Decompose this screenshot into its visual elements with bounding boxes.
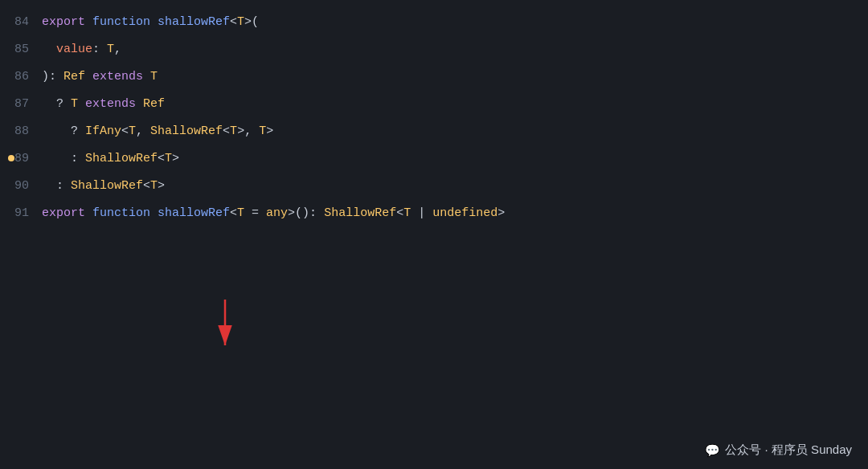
token: > [172,152,179,165]
code-block: 84export function shallowRef<T>(85 value… [0,0,868,469]
token: < [223,124,230,138]
token: >, [237,124,259,138]
line-content: export function shallowRef<T = any>(): S… [42,206,868,220]
token: T [150,70,158,84]
token: T [71,97,78,111]
token: ShallowRef [71,179,143,193]
token: any [266,206,288,220]
watermark: 💬 公众号 · 程序员 Sunday [705,442,852,458]
token: < [121,124,129,138]
code-line: 90 : ShallowRef<T> [0,172,868,199]
token: > [266,124,273,138]
token: : [42,152,85,165]
token: < [143,179,150,193]
token: undefined [432,206,497,220]
token: export [42,206,92,220]
line-content: value: T, [42,43,868,56]
token: > [497,206,505,220]
token: > [158,179,165,193]
code-line: 87 ? T extends Ref [0,90,868,117]
token: T [237,206,244,220]
token: function [92,15,158,29]
token: IfAny [85,124,121,138]
token: value [56,43,92,56]
line-content: : ShallowRef<T> [42,179,868,193]
code-line: 89 : ShallowRef<T> [0,145,868,172]
token: shallowRef [158,206,230,220]
line-number: 87 [0,97,42,111]
token: T [165,152,172,165]
token: ShallowRef [150,124,223,138]
token: extends [85,70,150,84]
token: ShallowRef [324,206,396,220]
token: < [158,152,165,165]
line-content: ? IfAny<T, ShallowRef<T>, T> [42,124,868,138]
code-line: 84export function shallowRef<T>( [0,8,868,35]
line-number: 86 [0,70,42,84]
line-content: ? T extends Ref [42,97,868,111]
token: >( [244,15,259,29]
token: < [230,15,237,29]
line-number: 88 [0,124,42,138]
token: shallowRef [158,15,230,29]
token: , [114,43,121,56]
line-number: 89 [0,152,42,165]
token: : [92,43,107,56]
line-number: 91 [0,206,42,220]
token: ): [42,70,63,84]
code-line: 85 value: T, [0,35,868,63]
watermark-text: 公众号 · 程序员 Sunday [725,442,852,458]
token: : [42,179,71,193]
token: T [230,124,237,138]
token: , [136,124,150,138]
token: T [403,206,411,220]
token: function [92,206,158,220]
code-line: 91export function shallowRef<T = any>():… [0,199,868,226]
token: ShallowRef [85,152,158,165]
token: T [129,124,136,138]
code-line: 86): Ref extends T [0,63,868,90]
token: | [411,206,432,220]
token: T [237,15,244,29]
token: T [150,179,158,193]
token: Ref [143,97,165,111]
token: export [42,15,92,29]
line-content: export function shallowRef<T>( [42,15,868,29]
token: T [107,43,114,56]
token: < [230,206,237,220]
line-number: 84 [0,15,42,29]
token: ? [42,124,85,138]
line-number: 85 [0,43,42,56]
code-line: 88 ? IfAny<T, ShallowRef<T>, T> [0,117,868,145]
token: Ref [63,70,85,84]
watermark-icon: 💬 [705,443,720,458]
token [42,43,56,56]
line-content: : ShallowRef<T> [42,152,868,165]
line-number: 90 [0,179,42,193]
token: extends [78,97,143,111]
token: = [244,206,266,220]
token: T [259,124,266,138]
token: ? [42,97,71,111]
token: < [396,206,403,220]
line-content: ): Ref extends T [42,70,868,84]
token: >(): [288,206,324,220]
